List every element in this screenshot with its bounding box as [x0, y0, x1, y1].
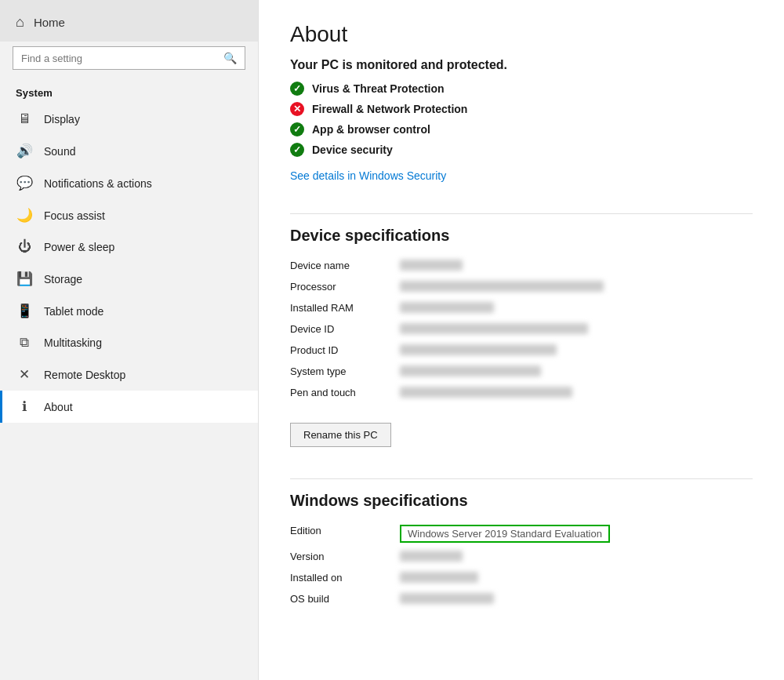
device-name-value — [400, 256, 753, 277]
divider-2 — [290, 478, 753, 479]
power-icon: ⏻ — [16, 239, 33, 255]
system-type-label: System type — [290, 362, 400, 383]
protection-heading: Your PC is monitored and protected. — [290, 58, 753, 72]
product-id-value — [400, 340, 753, 362]
table-row: Edition Windows Server 2019 Standard Eva… — [290, 521, 753, 547]
device-spec-title: Device specifications — [290, 227, 753, 245]
search-input[interactable] — [21, 53, 217, 64]
product-id-label: Product ID — [290, 340, 400, 362]
table-row: System type — [290, 362, 753, 383]
table-row: Device ID — [290, 319, 753, 340]
browser-label: App & browser control — [312, 123, 430, 136]
sidebar-home-label: Home — [34, 16, 65, 29]
security-item-firewall: ✕ Firewall & Network Protection — [290, 102, 753, 116]
firewall-icon: ✕ — [290, 102, 304, 116]
storage-icon: 💾 — [16, 271, 33, 287]
windows-security-link[interactable]: See details in Windows Security — [290, 169, 446, 182]
windows-spec-title: Windows specifications — [290, 492, 753, 510]
processor-value — [400, 277, 753, 298]
search-box[interactable]: 🔍 — [13, 46, 245, 70]
sidebar-item-power[interactable]: ⏻ Power & sleep — [0, 231, 258, 263]
ram-label: Installed RAM — [290, 298, 400, 319]
sidebar: ⌂ Home 🔍 System 🖥 Display 🔊 Sound 💬 Noti… — [0, 0, 259, 680]
about-icon: ℹ — [16, 398, 33, 415]
system-section-label: System — [0, 81, 258, 104]
sidebar-item-about[interactable]: ℹ About — [0, 391, 258, 423]
device-security-icon: ✓ — [290, 143, 304, 157]
ram-value — [400, 298, 753, 319]
notifications-icon: 💬 — [16, 175, 33, 191]
sidebar-home[interactable]: ⌂ Home — [0, 0, 258, 42]
divider-1 — [290, 213, 753, 214]
security-item-virus: ✓ Virus & Threat Protection — [290, 82, 753, 96]
table-row: Processor — [290, 277, 753, 298]
table-row: Device name — [290, 256, 753, 277]
table-row: Product ID — [290, 340, 753, 362]
device-security-label: Device security — [312, 144, 393, 156]
search-icon: 🔍 — [223, 52, 237, 64]
sidebar-item-multitasking[interactable]: ⧉ Multitasking — [0, 327, 258, 358]
device-spec-table: Device name Processor Installed RAM Devi… — [290, 256, 753, 404]
edition-value: Windows Server 2019 Standard Evaluation — [400, 521, 753, 547]
rename-pc-button[interactable]: Rename this PC — [290, 423, 391, 447]
sidebar-item-focus[interactable]: 🌙 Focus assist — [0, 199, 258, 231]
table-row: Installed RAM — [290, 298, 753, 319]
table-row: Installed on — [290, 568, 753, 589]
device-id-label: Device ID — [290, 319, 400, 340]
pen-touch-value — [400, 383, 753, 404]
version-value — [400, 547, 753, 568]
firewall-label: Firewall & Network Protection — [312, 103, 467, 115]
page-title: About — [290, 22, 753, 47]
installed-on-value — [400, 568, 753, 589]
device-id-value — [400, 319, 753, 340]
sidebar-item-storage[interactable]: 💾 Storage — [0, 263, 258, 295]
main-content: About Your PC is monitored and protected… — [259, 0, 784, 680]
tablet-icon: 📱 — [16, 303, 33, 319]
table-row: Version — [290, 547, 753, 568]
security-item-browser: ✓ App & browser control — [290, 122, 753, 136]
system-type-value — [400, 362, 753, 383]
edition-label: Edition — [290, 521, 400, 547]
os-build-value — [400, 589, 753, 610]
display-icon: 🖥 — [16, 111, 33, 127]
home-icon: ⌂ — [16, 14, 24, 31]
sidebar-item-notifications[interactable]: 💬 Notifications & actions — [0, 167, 258, 199]
processor-label: Processor — [290, 277, 400, 298]
security-item-device: ✓ Device security — [290, 143, 753, 157]
installed-on-label: Installed on — [290, 568, 400, 589]
search-wrapper: 🔍 — [0, 42, 258, 81]
edition-highlighted: Windows Server 2019 Standard Evaluation — [400, 525, 610, 543]
sidebar-item-sound[interactable]: 🔊 Sound — [0, 135, 258, 167]
sidebar-item-remote[interactable]: ✕ Remote Desktop — [0, 358, 258, 391]
pen-touch-label: Pen and touch — [290, 383, 400, 404]
version-label: Version — [290, 547, 400, 568]
virus-protection-icon: ✓ — [290, 82, 304, 96]
browser-icon: ✓ — [290, 122, 304, 136]
sidebar-item-display[interactable]: 🖥 Display — [0, 104, 258, 135]
device-name-label: Device name — [290, 256, 400, 277]
table-row: OS build — [290, 589, 753, 610]
sound-icon: 🔊 — [16, 143, 33, 159]
table-row: Pen and touch — [290, 383, 753, 404]
remote-icon: ✕ — [16, 366, 33, 383]
os-build-label: OS build — [290, 589, 400, 610]
focus-icon: 🌙 — [16, 207, 33, 224]
virus-label: Virus & Threat Protection — [312, 82, 445, 95]
sidebar-item-tablet[interactable]: 📱 Tablet mode — [0, 295, 258, 327]
windows-spec-table: Edition Windows Server 2019 Standard Eva… — [290, 521, 753, 610]
multitasking-icon: ⧉ — [16, 335, 33, 351]
